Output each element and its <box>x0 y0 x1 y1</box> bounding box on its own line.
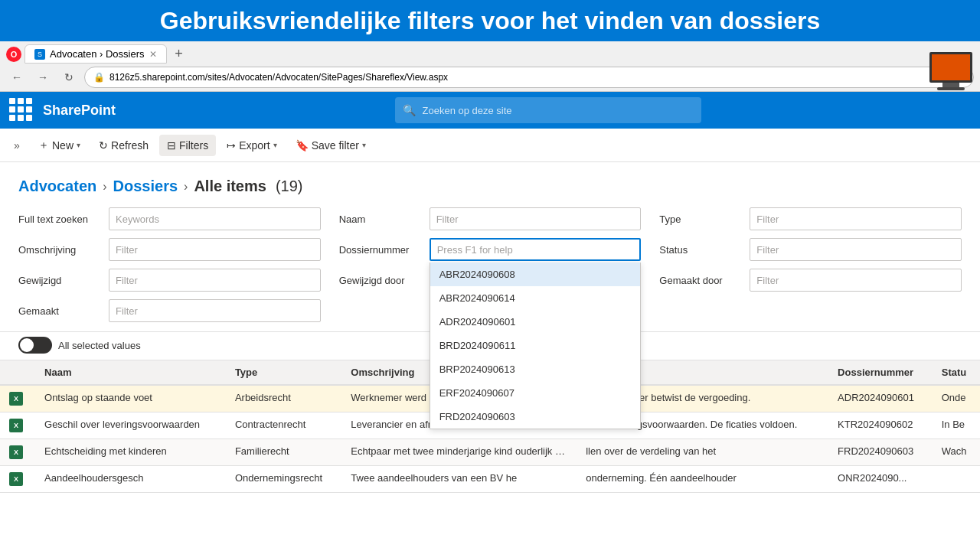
dropdown-item-2[interactable]: ADR2024090601 <box>430 310 641 334</box>
col-dossiernummer[interactable]: Dossiernummer <box>828 360 933 385</box>
excel-icon: X <box>9 472 23 486</box>
reload-button[interactable]: ↻ <box>58 67 80 88</box>
new-button[interactable]: ＋ New ▾ <box>31 134 88 157</box>
search-input[interactable] <box>395 97 701 123</box>
new-label: New <box>52 139 74 152</box>
filters-button[interactable]: ⊟ Filters <box>159 135 216 156</box>
dropdown-item-5[interactable]: ERF2024090607 <box>430 381 641 405</box>
row-naam[interactable]: Echtscheiding met kinderen <box>35 439 226 466</box>
address-bar-wrap: 🔒 <box>84 67 974 88</box>
col-status[interactable]: Statu <box>933 360 980 385</box>
waffle-dot <box>26 106 32 112</box>
excel-icon: X <box>9 445 23 459</box>
col-naam[interactable]: Naam <box>35 360 226 385</box>
row-dossiernummer: KTR2024090602 <box>828 412 933 439</box>
filters-icon: ⊟ <box>167 139 176 152</box>
new-icon: ＋ <box>38 139 49 152</box>
row-dossiernummer: ONR2024090... <box>828 466 933 493</box>
dropdown-item-0[interactable]: ABR2024090608 <box>430 262 641 286</box>
banner-text: Gebruiksvriendelijke filters voor het vi… <box>160 7 821 34</box>
breadcrumb: Advocaten › Dossiers › Alle items (19) <box>0 162 980 207</box>
expand-nav-button[interactable]: » <box>6 135 28 156</box>
breadcrumb-advocaten[interactable]: Advocaten <box>18 178 96 195</box>
status-label: Status <box>659 244 743 256</box>
toggle-switch[interactable] <box>18 337 52 354</box>
new-tab-button[interactable]: + <box>170 45 188 64</box>
tab-label: Advocaten › Dossiers <box>50 48 145 60</box>
row-type: Contractenrecht <box>226 412 341 439</box>
gemaakt-label: Gemaakt <box>18 305 103 317</box>
full-text-input[interactable] <box>109 207 321 230</box>
table-row: X Echtscheiding met kinderen Familierech… <box>0 439 980 466</box>
opera-logo: O <box>6 47 21 62</box>
gewijzigd-label: Gewijzigd <box>18 275 103 286</box>
top-banner: Gebruiksvriendelijke filters voor het vi… <box>0 0 980 41</box>
filters-area: Full text zoeken Naam Type Omschrijving … <box>0 207 980 332</box>
row-icon-cell: X <box>0 439 35 466</box>
forward-button[interactable]: → <box>32 67 54 88</box>
dropdown-item-1[interactable]: ABR2024090614 <box>430 286 641 310</box>
dropdown-item-4[interactable]: BRP2024090613 <box>430 357 641 381</box>
naam-label: Naam <box>339 214 423 225</box>
gewijzigd-door-label: Gewijzigd door <box>339 275 423 286</box>
gemaakt-input[interactable] <box>109 299 321 322</box>
row-status <box>933 466 980 493</box>
row-naam[interactable]: Ontslag op staande voet <box>35 385 226 412</box>
save-filter-button[interactable]: 🔖 Save filter ▾ <box>288 135 374 156</box>
tab-favicon: S <box>34 49 45 60</box>
row-status: In Be <box>933 412 980 439</box>
row-naam[interactable]: Aandeelhoudersgesch <box>35 466 226 493</box>
filter-gemaakt-door: Gemaakt door <box>659 269 962 292</box>
row-status: Onde <box>933 385 980 412</box>
browser-tab[interactable]: S Advocaten › Dossiers ✕ <box>24 44 167 64</box>
filter-gewijzigd: Gewijzigd <box>18 269 321 292</box>
row-status: Wach <box>933 439 980 466</box>
dossiernummer-input[interactable] <box>430 238 642 261</box>
monitor-decoration <box>929 52 972 90</box>
dropdown-item-3[interactable]: BRD2024090611 <box>430 334 641 357</box>
sp-header: SharePoint 🔍 <box>0 92 980 129</box>
gewijzigd-input[interactable] <box>109 269 321 292</box>
gemaakt-door-label: Gemaakt door <box>659 275 743 286</box>
status-input[interactable] <box>750 238 962 261</box>
waffle-button[interactable] <box>9 98 34 122</box>
tab-close[interactable]: ✕ <box>149 49 157 60</box>
filter-full-text: Full text zoeken <box>18 207 321 230</box>
full-text-label: Full text zoeken <box>18 214 103 225</box>
row-icon-cell: X <box>0 412 35 439</box>
save-filter-label: Save filter <box>312 139 359 152</box>
col-type[interactable]: Type <box>226 360 341 385</box>
refresh-button[interactable]: ↻ Refresh <box>91 135 156 156</box>
dossiernummer-label: Dossiernummer <box>339 244 423 256</box>
breadcrumb-count: (19) <box>276 178 303 195</box>
waffle-dot <box>26 115 32 121</box>
search-icon: 🔍 <box>403 104 416 116</box>
type-input[interactable] <box>750 207 962 230</box>
bc-sep2: › <box>184 180 188 194</box>
filters-label: Filters <box>179 139 208 152</box>
new-chevron: ▾ <box>77 141 80 149</box>
dropdown-item-6[interactable]: FRD2024090603 <box>430 405 641 429</box>
naam-input[interactable] <box>430 207 642 230</box>
table-row: X Aandeelhoudersgesch Ondernemingsrecht … <box>0 466 980 493</box>
filter-status: Status <box>659 238 962 261</box>
save-filter-chevron: ▾ <box>362 141 366 149</box>
waffle-dot <box>9 98 15 104</box>
export-chevron: ▾ <box>273 141 277 149</box>
toolbar: » ＋ New ▾ ↻ Refresh ⊟ Filters ↦ Export ▾… <box>0 129 980 162</box>
row-type: Ondernemingsrecht <box>226 466 341 493</box>
export-icon: ↦ <box>227 139 236 152</box>
back-button[interactable]: ← <box>6 67 28 88</box>
gemaakt-door-input[interactable] <box>750 269 962 292</box>
export-button[interactable]: ↦ Export ▾ <box>219 135 284 156</box>
row-naam[interactable]: Geschil over leveringsvoorwaarden <box>35 412 226 439</box>
excel-icon: X <box>9 419 23 432</box>
row-extra: onderneming. Één aandeelhouder <box>577 466 828 493</box>
omschrijving-input[interactable] <box>109 238 321 261</box>
address-input[interactable] <box>84 67 974 88</box>
row-extra: llen over de verdeling van het <box>577 439 828 466</box>
dossiernummer-dropdown: ABR2024090608 ABR2024090614 ADR202409060… <box>430 262 642 429</box>
breadcrumb-current: Alle items <box>194 178 266 195</box>
waffle-dot <box>9 115 15 121</box>
breadcrumb-dossiers[interactable]: Dossiers <box>113 178 178 195</box>
